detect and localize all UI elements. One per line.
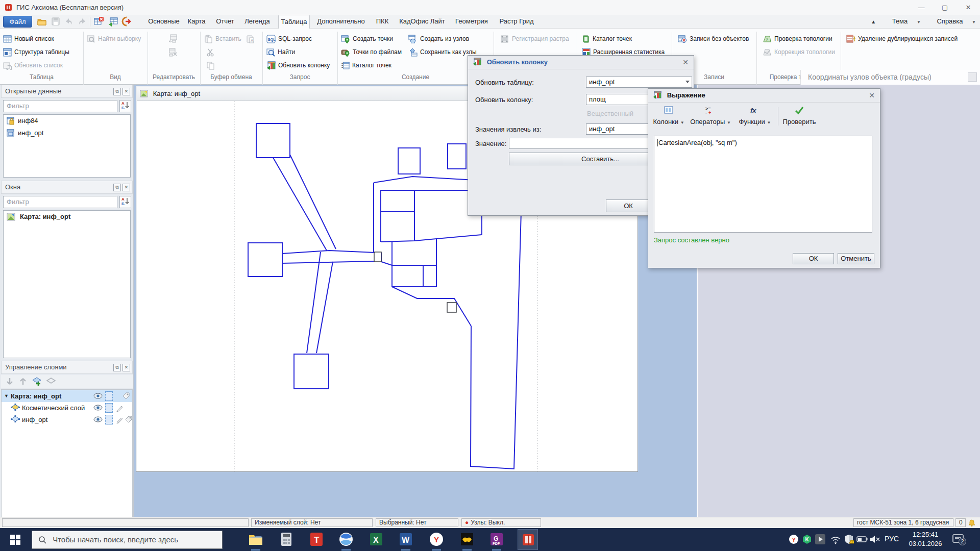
visibility-icon[interactable] xyxy=(93,416,103,423)
close-icon[interactable]: ✕ xyxy=(682,56,689,69)
security-shield-icon[interactable]: ! xyxy=(844,534,854,544)
tab-legenda[interactable]: Легенда xyxy=(242,15,273,29)
panel-button[interactable] xyxy=(968,72,977,82)
float-panel-icon[interactable]: ⧉ xyxy=(113,184,121,191)
tray-yandex-icon[interactable]: Y xyxy=(789,534,799,545)
ok-button[interactable]: ОК xyxy=(793,253,834,264)
volume-muted-icon[interactable] xyxy=(870,535,881,543)
save-as-nodes-button[interactable]: Сохранить как узлы xyxy=(408,46,477,58)
layer-row-inf[interactable]: инф_opt xyxy=(2,414,132,425)
dialog-titlebar[interactable]: Выражение ✕ xyxy=(648,89,880,103)
tab-geometriya[interactable]: Геометрия xyxy=(452,15,491,29)
clock[interactable]: 12:25:41 03.01.2026 xyxy=(903,530,947,548)
update-table-combo[interactable]: инф_opt xyxy=(586,77,692,88)
create-from-nodes-button[interactable]: Создать из узлов xyxy=(408,33,469,45)
cancel-button[interactable]: Отменить xyxy=(838,253,874,264)
columns-menu-button[interactable]: Колонки ▼ xyxy=(652,106,685,126)
windows-filter-input[interactable]: Фильтр xyxy=(3,196,117,208)
redo-icon[interactable] xyxy=(77,16,87,27)
browser-sphere-icon[interactable] xyxy=(338,532,354,547)
sql-query-button[interactable]: SQL SQL-запрос xyxy=(266,33,312,45)
import-table-icon[interactable] xyxy=(108,16,118,27)
move-up-icon[interactable] xyxy=(18,377,28,386)
battery-icon[interactable] xyxy=(856,536,868,543)
tab-otchet[interactable]: Отчет xyxy=(213,15,237,29)
tab-dopolnitelno[interactable]: Дополнительно xyxy=(315,15,366,29)
topology-fix-button[interactable]: Коррекция топологии xyxy=(763,46,835,58)
close-panel-icon[interactable]: ✕ xyxy=(122,364,130,371)
gpdf-icon[interactable]: GPDF xyxy=(489,532,504,547)
t-app-icon[interactable]: T xyxy=(309,532,324,547)
status-selected[interactable]: Выбранный: Нет xyxy=(376,518,458,527)
close-icon[interactable]: ✕ xyxy=(869,89,875,102)
minimize-button[interactable]: — xyxy=(910,0,933,15)
table-structure-button[interactable]: Структура таблицы xyxy=(3,46,69,58)
layer-checkbox[interactable] xyxy=(105,415,113,424)
calculator-icon[interactable] xyxy=(279,532,294,547)
undo-icon[interactable] xyxy=(64,16,74,27)
raster-registration-button[interactable]: Регистрация растра xyxy=(500,33,569,45)
cut-icon[interactable] xyxy=(206,46,215,58)
visibility-icon[interactable] xyxy=(93,392,103,400)
yandex-browser-icon[interactable]: Y xyxy=(429,532,444,547)
paste-button[interactable]: Вставить xyxy=(204,33,241,45)
add-layer-icon[interactable] xyxy=(32,377,42,387)
ok-button[interactable]: ОК xyxy=(606,199,651,212)
tab-osnovnye[interactable]: Основные xyxy=(147,15,181,29)
tag-icon[interactable] xyxy=(122,392,130,400)
active-app-highlight[interactable] xyxy=(518,529,538,550)
tab-karta[interactable]: Карта xyxy=(185,15,208,29)
remove-duplicates-button[interactable]: Удаление дублирующихся записей xyxy=(846,33,958,45)
points-catalog-button[interactable]: Каталог точек xyxy=(341,59,391,71)
move-down-icon[interactable] xyxy=(5,377,14,386)
exit-icon[interactable] xyxy=(121,16,132,27)
tab-tablitsa[interactable]: Таблица xyxy=(278,15,310,29)
close-button[interactable]: ✕ xyxy=(957,0,980,15)
tab-pkk[interactable]: ПКК xyxy=(373,15,392,29)
open-icon[interactable] xyxy=(37,16,47,27)
language-indicator[interactable]: РУС xyxy=(885,535,899,543)
tab-rastr-grid[interactable]: Растр Грид xyxy=(497,15,536,29)
theme-menu[interactable]: Тема ▼ xyxy=(885,17,921,25)
find-selection-button[interactable]: Найти выборку xyxy=(87,33,141,45)
find-button[interactable]: Найти xyxy=(266,46,295,58)
new-list-button[interactable]: Новый список xyxy=(3,33,54,45)
sort-icon[interactable]: АБ xyxy=(119,196,131,208)
status-nodes[interactable]: ●Узлы: Выкл. xyxy=(461,518,541,527)
edit-fields-icon[interactable] xyxy=(168,33,178,45)
points-from-files-button[interactable]: Точки по файлам xyxy=(341,46,402,58)
create-points-button[interactable]: Создать точки xyxy=(341,33,393,45)
excel-icon[interactable]: X xyxy=(369,532,384,547)
pencil-icon[interactable] xyxy=(116,404,124,412)
records-no-objects-button[interactable]: Записи без объектов xyxy=(678,33,749,45)
status-editable-layer[interactable]: Изменяемый слой: Нет xyxy=(251,518,373,527)
bell-icon[interactable] xyxy=(968,519,976,527)
visibility-icon[interactable] xyxy=(93,404,103,412)
points-catalog2-button[interactable]: Каталог точек xyxy=(582,33,632,45)
tray-cursor-icon[interactable] xyxy=(815,534,826,545)
delete-fields-icon[interactable] xyxy=(168,46,178,58)
wifi-icon[interactable] xyxy=(830,535,841,544)
tag-icon[interactable] xyxy=(125,415,133,423)
bat-app-icon[interactable] xyxy=(459,532,475,547)
tray-kaspersky-icon[interactable]: K xyxy=(802,534,813,545)
sort-icon[interactable]: АБ xyxy=(119,100,131,112)
refresh-list-button[interactable]: Обновить список xyxy=(3,59,63,71)
float-panel-icon[interactable]: ⧉ xyxy=(113,88,121,95)
word-icon[interactable]: W xyxy=(398,532,413,547)
explorer-icon[interactable] xyxy=(248,532,263,547)
collapse-ribbon-icon[interactable]: ▲ xyxy=(871,19,876,24)
close-panel-icon[interactable]: ✕ xyxy=(122,184,130,191)
pencil-icon[interactable] xyxy=(116,415,124,423)
start-button[interactable] xyxy=(10,535,20,545)
layer-row-map[interactable]: ▼ Карта: инф_opt xyxy=(2,390,132,402)
check-expression-button[interactable]: Проверить xyxy=(782,106,817,126)
paste-special-icon[interactable]: A xyxy=(246,33,255,45)
open-data-filter-input[interactable]: Фильтр xyxy=(3,100,117,112)
dialog-titlebar[interactable]: Обновить колонку ✕ xyxy=(468,56,694,69)
notification-icon[interactable]: 2 xyxy=(952,534,965,546)
layer-row-cosmetic[interactable]: Косметический слой xyxy=(2,402,132,414)
topology-check-button[interactable]: ? Проверка топологии xyxy=(763,33,832,45)
update-column-button[interactable]: Обновить колонку xyxy=(266,59,330,71)
close-table-icon[interactable] xyxy=(94,16,105,27)
